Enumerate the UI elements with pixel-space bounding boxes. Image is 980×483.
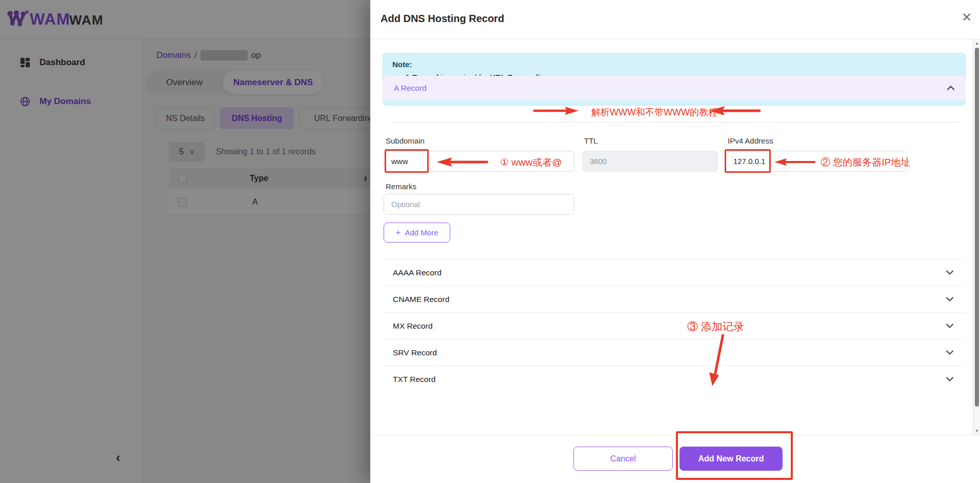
drawer-footer: Cancel Add New Record: [370, 435, 980, 483]
annotation-step1: ① www或者@: [500, 156, 562, 169]
annotation-arrow-right-icon: [533, 106, 578, 116]
scrollbar-up-arrow[interactable]: ▲: [974, 41, 979, 46]
accordion-txt-record[interactable]: TXT Record: [383, 366, 966, 392]
scrollbar-thumb[interactable]: [975, 48, 979, 407]
drawer-header: Add DNS Hosting Record ✕: [370, 0, 980, 39]
chevron-down-icon: [946, 377, 953, 381]
chevron-down-icon: [946, 350, 953, 355]
accordion-aaaa-record[interactable]: AAAA Record: [383, 259, 966, 286]
cancel-button[interactable]: Cancel: [573, 447, 673, 471]
accordion-mx-record[interactable]: MX Record: [383, 312, 966, 339]
annotation-step3: ③ 添加记录: [687, 319, 744, 334]
section-label: CNAME Record: [393, 295, 449, 304]
ipv4-label: IPv4 Address: [728, 136, 773, 145]
add-more-label: Add More: [405, 228, 438, 237]
subdomain-label: Subdomain: [386, 136, 425, 145]
chevron-down-icon: [946, 297, 953, 301]
chevron-down-icon: [946, 270, 953, 275]
section-label: TXT Record: [393, 375, 435, 384]
annotation-box-subdomain-value: [385, 149, 429, 173]
section-label: AAAA Record: [393, 268, 442, 277]
accordion-cname-record[interactable]: CNAME Record: [383, 286, 966, 312]
add-dns-record-drawer: Add DNS Hosting Record ✕ Note: A Record …: [370, 0, 980, 483]
section-label: MX Record: [393, 321, 433, 331]
drawer-scrollbar: ▲ ▼: [973, 39, 980, 435]
annotation-arrow-left-icon: [774, 157, 815, 167]
annotation-step2: ② 您的服务器IP地址: [821, 156, 910, 169]
close-icon[interactable]: ✕: [962, 11, 972, 24]
section-label: SRV Record: [393, 348, 437, 357]
chevron-up-icon: [947, 86, 954, 90]
annotation-box-ipv4-value: [725, 149, 771, 173]
note-heading: Note:: [392, 60, 956, 69]
annotation-tutorial-title: 解析WWW和不带WWW的教程: [591, 106, 717, 118]
chevron-down-icon: [946, 324, 953, 328]
a-record-title: A Record: [394, 84, 427, 93]
ttl-label: TTL: [584, 136, 598, 145]
drawer-title: Add DNS Hosting Record: [381, 13, 504, 25]
remarks-input[interactable]: [384, 194, 574, 215]
section-divider: [391, 122, 959, 123]
plus-icon: +: [396, 228, 401, 238]
annotation-box-submit-button: [676, 431, 793, 480]
annotation-arrow-down-icon: [708, 333, 726, 388]
accordion-srv-record[interactable]: SRV Record: [383, 339, 966, 366]
accordion-a-record-header[interactable]: A Record: [383, 76, 966, 100]
annotation-arrow-left-icon: [706, 106, 764, 116]
add-more-button[interactable]: + Add More: [384, 223, 450, 243]
ttl-input[interactable]: [582, 151, 718, 172]
remarks-label: Remarks: [386, 182, 416, 191]
scrollbar-down-arrow[interactable]: ▼: [974, 429, 979, 433]
annotation-arrow-left-icon: [433, 157, 491, 167]
